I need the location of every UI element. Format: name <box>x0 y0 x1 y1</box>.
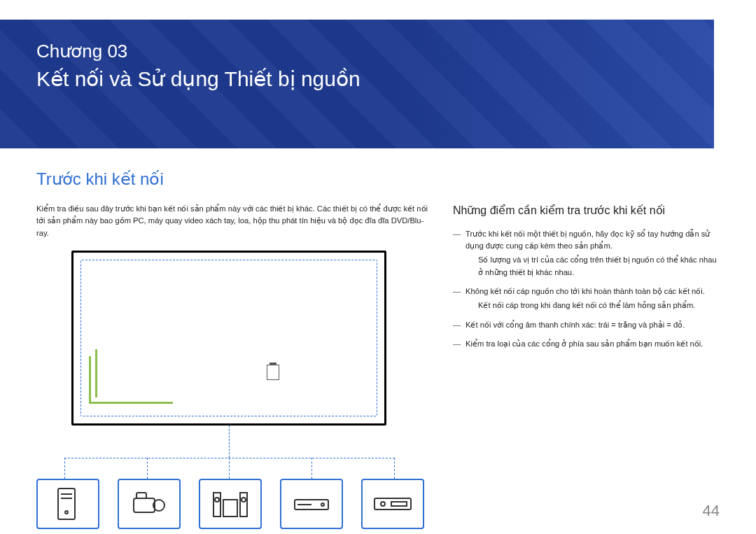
list-item: Không kết nối cáp nguồn cho tới khi hoàn… <box>453 286 719 312</box>
list-item: Kết nối với cổng âm thanh chính xác: trá… <box>453 319 719 331</box>
page-content: Trước khi kết nối Kiểm tra điều sau đây … <box>36 169 720 510</box>
device-camcorder <box>118 479 181 529</box>
svg-rect-7 <box>214 493 220 517</box>
list-item-text: Không kết nối cáp nguồn cho tới khi hoàn… <box>465 287 705 295</box>
checklist: Trước khi kết nối một thiết bị nguồn, hã… <box>453 228 719 351</box>
section-title: Trước khi kết nối <box>36 169 720 189</box>
svg-rect-17 <box>391 502 407 506</box>
list-item-text: Trước khi kết nối một thiết bị nguồn, hã… <box>465 230 710 250</box>
connector-line <box>147 458 148 479</box>
list-item-text: Kết nối với cổng âm thanh chính xác: trá… <box>465 321 685 329</box>
list-item: Trước khi kết nối một thiết bị nguồn, hã… <box>453 228 719 279</box>
svg-rect-9 <box>223 500 237 517</box>
device-set-top-box <box>280 479 343 529</box>
svg-point-3 <box>65 511 68 514</box>
device-pc-tower <box>36 479 99 529</box>
connector-line <box>64 458 65 479</box>
port-icon <box>267 365 279 380</box>
connector-line <box>229 458 230 479</box>
svg-rect-6 <box>136 493 146 498</box>
svg-point-11 <box>241 498 246 502</box>
device-speaker-system <box>199 479 262 529</box>
list-item: Kiểm tra loại của các cổng ở phía sau sả… <box>453 338 719 350</box>
svg-rect-0 <box>58 489 75 519</box>
svg-point-16 <box>381 502 385 506</box>
sub-heading: Những điểm cần kiểm tra trước khi kết nố… <box>453 203 719 218</box>
svg-rect-4 <box>134 498 155 512</box>
display-outline <box>71 251 386 426</box>
chapter-title: Kết nối và Sử dụng Thiết bị nguồn <box>36 66 714 91</box>
display-stand <box>89 356 173 404</box>
connector-line <box>312 458 312 479</box>
svg-rect-15 <box>374 498 411 510</box>
svg-point-14 <box>321 503 324 506</box>
chapter-header: Chương 03 Kết nối và Sử dụng Thiết bị ng… <box>0 20 714 148</box>
page-number: 44 <box>703 502 720 520</box>
connector-line <box>229 426 230 458</box>
svg-point-10 <box>215 498 219 502</box>
connector-line <box>394 458 395 479</box>
list-item-text: Kiểm tra loại của các cổng ở phía sau sả… <box>465 339 703 348</box>
device-disc-player <box>361 479 424 529</box>
list-item-sub: Kết nối cáp trong khi đang kết nối có th… <box>465 300 719 311</box>
connection-diagram <box>36 251 432 510</box>
intro-paragraph: Kiểm tra điều sau đây trước khi bạn kết … <box>36 203 432 239</box>
chapter-label: Chương 03 <box>36 41 714 62</box>
list-item-sub: Số lượng và vị trí của các cổng trên thi… <box>465 254 719 279</box>
svg-rect-8 <box>240 493 247 517</box>
connector-line <box>64 458 395 458</box>
